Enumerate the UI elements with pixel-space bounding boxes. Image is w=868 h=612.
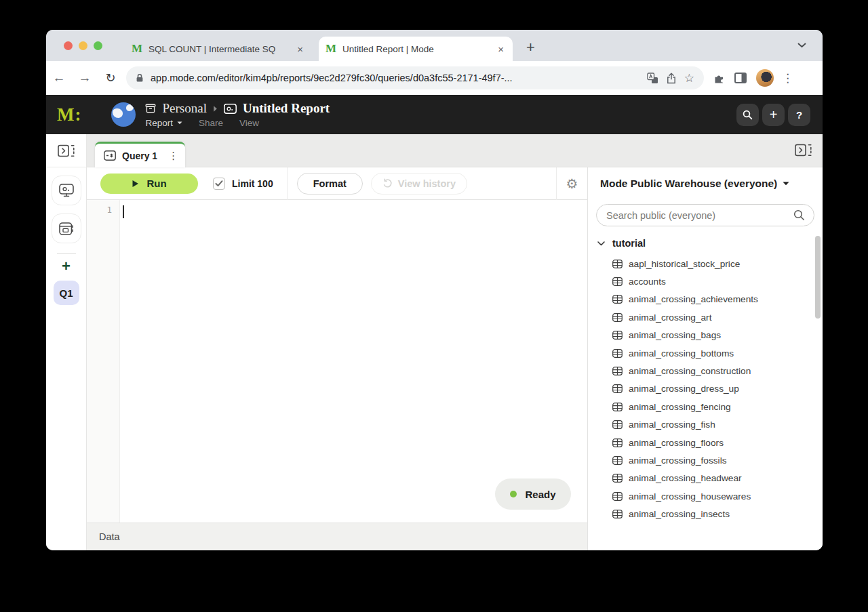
query-tab[interactable]: Query 1 ⋮ (95, 142, 185, 167)
limit-checkbox[interactable] (213, 178, 225, 190)
padlock-icon[interactable] (136, 73, 144, 83)
limit-label[interactable]: Limit 100 (232, 178, 273, 189)
query-tab-menu-kebab-icon[interactable]: ⋮ (168, 150, 178, 162)
header-search-button[interactable] (736, 104, 759, 126)
new-tab-button[interactable]: + (526, 41, 535, 54)
query-tab-label: Query 1 (122, 150, 157, 161)
breadcrumb-chevron-icon (213, 105, 218, 113)
menu-report[interactable]: Report (145, 118, 182, 128)
schema-search (596, 204, 814, 226)
gear-icon[interactable]: ⚙ (566, 177, 578, 190)
header-add-button[interactable]: + (762, 104, 785, 126)
sql-editor[interactable]: 1 Ready (87, 200, 587, 523)
add-query-button[interactable]: + (62, 259, 71, 274)
table-icon (612, 403, 623, 411)
table-name: accounts (629, 277, 666, 287)
status-badge: Ready (495, 478, 571, 510)
table-row[interactable]: animal_crossing_bags (588, 327, 823, 344)
breadcrumb-workspace[interactable]: Personal (162, 101, 206, 116)
side-panel-icon[interactable] (734, 73, 747, 83)
table-row[interactable]: animal_crossing_fencing (588, 398, 823, 415)
table-row[interactable]: animal_crossing_construction (588, 362, 823, 380)
browser-tab-strip: M SQL COUNT | Intermediate SQ × M Untitl… (46, 30, 823, 61)
query-toolbar: Run Limit 100 Format View history (87, 167, 587, 200)
profile-avatar[interactable] (756, 69, 774, 87)
table-row[interactable]: animal_crossing_floors (588, 434, 823, 451)
table-row[interactable]: animal_crossing_achievements (588, 291, 823, 308)
forward-button[interactable]: → (72, 70, 98, 85)
table-name: animal_crossing_housewares (629, 491, 751, 502)
back-button[interactable]: ← (46, 70, 72, 85)
table-icon (612, 420, 623, 429)
breadcrumb-report-title[interactable]: Untitled Report (243, 101, 330, 116)
table-name: aapl_historical_stock_price (629, 259, 740, 269)
warehouse-caret-icon (783, 182, 789, 186)
workspace-box-icon (145, 103, 156, 114)
table-row[interactable]: animal_crossing_art (588, 308, 823, 326)
sidebar-divider (57, 253, 76, 254)
run-button[interactable]: Run (100, 174, 198, 194)
table-row[interactable]: accounts (588, 272, 823, 290)
panel-scrollbar-thumb[interactable] (815, 236, 821, 319)
schema-node-tutorial[interactable]: tutorial (588, 238, 823, 249)
table-row[interactable]: animal_crossing_housewares (588, 487, 823, 505)
header-help-button[interactable]: ? (788, 104, 810, 126)
address-bar[interactable]: app.mode.com/editor/kim4pb/reports/9ec2d… (126, 66, 704, 89)
close-tab-icon[interactable]: × (496, 43, 506, 55)
view-history-button[interactable]: View history (371, 173, 467, 195)
zoom-window-button[interactable] (94, 41, 102, 50)
mode-favicon: M (326, 42, 336, 56)
format-button[interactable]: Format (297, 173, 363, 195)
mode-logo[interactable]: M: (57, 104, 81, 125)
tab-title: SQL COUNT | Intermediate SQ (149, 44, 290, 54)
breadcrumb: Personal Untitled Report Report Share Vi… (145, 101, 330, 128)
menu-view[interactable]: View (239, 118, 259, 128)
bookmark-star-icon[interactable]: ☆ (684, 71, 694, 85)
data-tab[interactable]: Data (99, 531, 120, 542)
translate-icon[interactable] (647, 73, 658, 84)
table-row[interactable]: animal_crossing_bottoms (588, 344, 823, 362)
table-row[interactable]: animal_crossing_headwear (588, 470, 823, 487)
table-row[interactable]: aapl_historical_stock_price (588, 255, 823, 272)
toolbar-divider (287, 167, 288, 200)
ready-dot-icon (510, 491, 517, 497)
table-icon (612, 492, 623, 501)
query-1-badge[interactable]: Q1 (54, 281, 79, 305)
notebook-button[interactable] (52, 213, 81, 243)
table-row[interactable]: animal_crossing_insects (588, 505, 823, 523)
table-name: animal_crossing_insects (629, 509, 730, 519)
table-icon (612, 384, 623, 393)
table-name: animal_crossing_headwear (629, 473, 742, 483)
collapse-right-panel-icon[interactable] (795, 144, 812, 157)
table-row[interactable]: animal_crossing_dress_up (588, 380, 823, 398)
table-row[interactable]: animal_crossing_fossils (588, 451, 823, 469)
extensions-puzzle-icon[interactable] (713, 73, 725, 84)
mode-favicon: M (132, 42, 142, 56)
browser-tab-untitled-report[interactable]: M Untitled Report | Mode × (319, 37, 513, 61)
warehouse-selector[interactable]: Mode Public Warehouse (everyone) (588, 167, 823, 200)
warehouse-title: Mode Public Warehouse (everyone) (600, 178, 777, 190)
workspace-avatar-globe[interactable] (111, 102, 136, 127)
tab-search-chevron-icon[interactable] (797, 43, 806, 48)
close-window-button[interactable] (64, 41, 73, 50)
browser-tab-sql-count[interactable]: M SQL COUNT | Intermediate SQ × (125, 37, 312, 61)
table-icon (612, 295, 623, 304)
table-name: animal_crossing_fish (629, 420, 715, 430)
browser-menu-kebab-icon[interactable]: ⋮ (782, 71, 793, 85)
minimize-window-button[interactable] (79, 41, 87, 50)
reload-button[interactable]: ↻ (98, 70, 123, 85)
table-row[interactable]: animal_crossing_fish (588, 416, 823, 434)
menu-share[interactable]: Share (199, 118, 223, 128)
collapse-left-panel-icon[interactable] (58, 144, 75, 157)
table-name: animal_crossing_floors (629, 438, 724, 448)
schema-tree: tutorial aapl_historical_stock_price (588, 238, 823, 550)
close-tab-icon[interactable]: × (295, 43, 305, 55)
table-icon (612, 313, 623, 322)
report-view-button[interactable] (52, 176, 81, 205)
table-name: animal_crossing_construction (629, 366, 751, 376)
schema-search-input[interactable] (606, 210, 793, 221)
table-icon (612, 438, 623, 447)
line-number-gutter: 1 (87, 200, 120, 523)
share-icon[interactable] (667, 73, 676, 84)
table-name: animal_crossing_bags (629, 330, 721, 340)
